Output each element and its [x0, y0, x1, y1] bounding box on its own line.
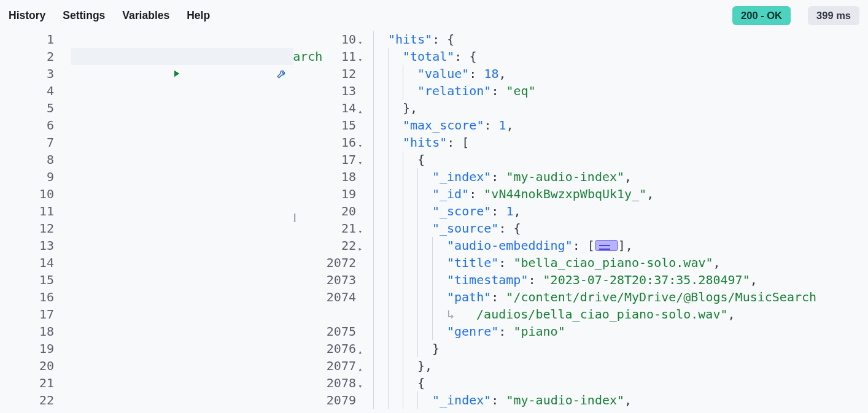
response-line[interactable]: "_index": "my-audio-index", [373, 392, 868, 409]
json-punct: , [506, 118, 514, 133]
blank-line[interactable] [71, 134, 293, 151]
blank-line[interactable] [71, 185, 293, 203]
response-viewer[interactable]: 10▾11▾121314▴1516▾17▾18192021▾22▸2072207… [293, 31, 868, 413]
response-line[interactable]: "_id": "vN44nokBwzxpWbqUk1y_", [373, 185, 868, 203]
fold-toggle-icon[interactable]: ▾ [358, 155, 362, 172]
json-punct: : { [432, 32, 454, 47]
blank-line[interactable] [71, 288, 293, 306]
response-line[interactable]: "audio-embedding": [], [373, 237, 868, 254]
status-badge: 200 - OK [732, 6, 791, 25]
response-line[interactable]: "relation": "eq" [373, 82, 868, 99]
json-punct: ], [618, 238, 633, 253]
response-line[interactable]: "_score": 1, [373, 203, 868, 220]
menu-variables[interactable]: Variables [122, 9, 169, 22]
response-line[interactable]: "_index": "my-audio-index", [373, 168, 868, 185]
json-key: "genre" [447, 324, 498, 339]
json-key: "hits" [388, 32, 432, 47]
collapsed-array-icon[interactable] [595, 240, 618, 251]
fold-toggle-icon[interactable]: ▸ [358, 241, 362, 258]
line-number: 15 [0, 271, 54, 288]
json-key: "timestamp" [447, 272, 528, 287]
blank-line[interactable] [71, 357, 293, 374]
menu-help[interactable]: Help [187, 9, 210, 22]
menu-history[interactable]: History [9, 9, 45, 22]
fold-toggle-icon[interactable]: ▴ [358, 344, 362, 361]
json-key: "_index" [432, 393, 491, 407]
blank-line[interactable] [71, 168, 293, 185]
json-string: "my-audio-index" [506, 393, 624, 407]
fold-toggle-icon[interactable]: ▾ [358, 223, 362, 241]
fold-toggle-icon[interactable]: ▴ [358, 361, 362, 378]
blank-line[interactable] [71, 82, 293, 99]
blank-line[interactable] [71, 306, 293, 323]
response-line[interactable]: "path": "/content/drive/MyDrive/@Blogs/M… [373, 288, 868, 306]
line-number: 13 [293, 82, 356, 99]
blank-line[interactable] [71, 237, 293, 254]
line-number: 2073 [293, 271, 356, 288]
response-line[interactable]: "timestamp": "2023-07-28T20:37:35.280497… [373, 271, 868, 288]
line-number: 2075 [293, 323, 356, 340]
line-number: 2076▴ [293, 340, 356, 357]
line-number: 3 [0, 65, 54, 82]
blank-line[interactable] [71, 220, 293, 237]
json-punct: }, [403, 101, 417, 115]
blank-line[interactable] [71, 374, 293, 392]
json-key: "total" [403, 49, 454, 64]
request-line[interactable]: GET my-audio-index/_search [71, 31, 293, 48]
blank-line[interactable] [71, 392, 293, 409]
response-line[interactable]: "_source": { [373, 220, 868, 237]
response-line[interactable]: "value": 18, [373, 65, 868, 82]
json-key: "relation" [417, 83, 491, 98]
blank-line[interactable] [71, 117, 293, 134]
line-number: 9 [0, 168, 54, 185]
json-key: "title" [447, 255, 498, 270]
response-line[interactable]: } [373, 340, 868, 357]
fold-toggle-icon[interactable]: ▾ [358, 34, 362, 52]
blank-line[interactable] [71, 254, 293, 271]
response-gutter: 10▾11▾121314▴1516▾17▾18192021▾22▸2072207… [293, 31, 363, 413]
response-line[interactable]: "max_score": 1, [373, 117, 868, 134]
json-string: "eq" [506, 83, 536, 98]
blank-line[interactable] [71, 99, 293, 117]
response-line[interactable]: "title": "bella_ciao_piano-solo.wav", [373, 254, 868, 271]
blank-line[interactable] [71, 323, 293, 340]
fold-toggle-icon[interactable]: ▾ [358, 137, 362, 155]
fold-toggle-icon[interactable]: ▾ [358, 378, 362, 395]
blank-line[interactable] [71, 151, 293, 168]
blank-line[interactable] [71, 340, 293, 357]
line-number: 20 [293, 203, 356, 220]
response-line[interactable]: "hits": { [373, 31, 868, 48]
line-number: 6 [0, 117, 54, 134]
response-line[interactable]: ↳ /audios/bella_ciao_piano-solo.wav", [373, 306, 868, 323]
json-punct: : [491, 204, 506, 218]
json-punct: : [469, 187, 484, 201]
response-line[interactable]: }, [373, 357, 868, 374]
request-gutter: 12345678910111213141516171819202122 [0, 31, 61, 413]
json-key: "_score" [432, 204, 491, 218]
json-number: 1 [499, 118, 506, 133]
response-line[interactable]: }, [373, 99, 868, 117]
response-line[interactable]: { [373, 374, 868, 392]
request-editor[interactable]: 12345678910111213141516171819202122 GET … [0, 31, 293, 413]
json-punct: , [713, 255, 721, 270]
line-number: 20 [0, 357, 54, 374]
response-line[interactable]: "hits": [ [373, 134, 868, 151]
json-punct: , [750, 272, 758, 287]
line-number: 17 [0, 306, 54, 323]
line-number: 5 [0, 99, 54, 117]
blank-line[interactable] [71, 65, 293, 82]
fold-toggle-icon[interactable]: ▴ [358, 103, 362, 120]
json-punct: } [432, 341, 440, 356]
response-line[interactable]: "total": { [373, 48, 868, 65]
blank-line[interactable] [71, 203, 293, 220]
request-active-line[interactable] [71, 48, 293, 65]
json-punct: , [513, 204, 521, 218]
response-line[interactable]: "genre": "piano" [373, 323, 868, 340]
response-line[interactable]: { [373, 151, 868, 168]
blank-line[interactable] [71, 271, 293, 288]
fold-toggle-icon[interactable]: ▾ [358, 52, 362, 69]
menu-settings[interactable]: Settings [63, 9, 105, 22]
line-number: 12 [293, 65, 356, 82]
json-punct: { [417, 376, 425, 390]
line-number: 16 [0, 288, 54, 306]
